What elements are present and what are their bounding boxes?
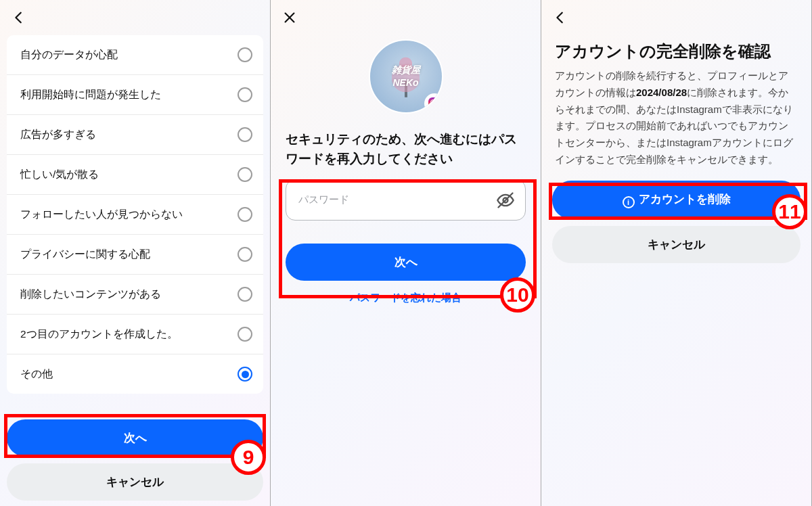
confirm-title: アカウントの完全削除を確認 (541, 35, 811, 68)
reason-label: 削除したいコンテンツがある (20, 288, 161, 302)
panel-confirm-delete: アカウントの完全削除を確認 アカウントの削除を続行すると、プロフィールとアカウン… (541, 0, 812, 506)
reason-label: 利用開始時に問題が発生した (20, 88, 161, 102)
delete-account-button[interactable]: iアカウントを削除 (552, 181, 800, 219)
reason-label: 自分のデータが心配 (20, 48, 118, 62)
topbar (541, 0, 811, 35)
radio-icon[interactable] (238, 247, 252, 262)
next-button[interactable]: 次へ (7, 419, 263, 457)
avatar-text-line1: 雑貨屋 (392, 64, 420, 75)
reason-row[interactable]: プライバシーに関する心配 (7, 235, 263, 275)
radio-icon[interactable] (238, 47, 252, 62)
password-input[interactable]: パスワード (286, 179, 526, 221)
back-icon[interactable] (551, 8, 570, 27)
reason-row[interactable]: 削除したいコンテンツがある (7, 275, 263, 315)
confirm-body-suffix: に削除されます。今からそれまでの間、あなたはInstagramで非表示になります… (555, 87, 793, 165)
info-icon: i (623, 196, 635, 208)
reasons-card: 自分のデータが心配利用開始時に問題が発生した広告が多すぎる忙しい/気が散るフォロ… (7, 35, 263, 394)
back-icon[interactable] (9, 8, 28, 27)
reason-row[interactable]: フォローしたい人が見つからない (7, 195, 263, 235)
reason-row[interactable]: 利用開始時に問題が発生した (7, 75, 263, 115)
radio-icon[interactable] (238, 367, 252, 382)
delete-account-label: アカウントを削除 (639, 193, 731, 206)
radio-icon[interactable] (238, 287, 252, 302)
annotation-badge-10: 10 (500, 277, 535, 313)
reason-row[interactable]: その他 (7, 354, 263, 394)
annotation-badge-11: 11 (772, 194, 807, 229)
panel-confirm-password: 雑貨屋 NEKo セキュリティのため、次へ進むにはパスワードを再入力してください… (271, 0, 541, 506)
password-heading: セキュリティのため、次へ進むにはパスワードを再入力してください (271, 130, 541, 168)
cancel-button[interactable]: キャンセル (552, 226, 800, 263)
reason-label: フォローしたい人が見つからない (20, 208, 183, 222)
reason-label: 広告が多すぎる (20, 128, 96, 142)
bottom-actions: 次へ キャンセル (7, 419, 263, 501)
instagram-badge (424, 93, 443, 114)
radio-icon[interactable] (238, 87, 252, 102)
reason-label: 忙しい/気が散る (20, 168, 99, 182)
avatar-text-line2: NEKo (392, 77, 418, 88)
radio-icon[interactable] (238, 207, 252, 222)
confirm-body: アカウントの削除を続行すると、プロフィールとアカウントの情報は2024/08/2… (541, 68, 811, 177)
close-icon[interactable] (280, 8, 299, 27)
reason-label: プライバシーに関する心配 (20, 248, 150, 262)
reason-row[interactable]: 2つ目のアカウントを作成した。 (7, 315, 263, 354)
next-button[interactable]: 次へ (286, 244, 526, 281)
toggle-visibility-icon[interactable] (495, 190, 516, 210)
confirm-actions: iアカウントを削除 キャンセル (541, 177, 811, 267)
topbar (271, 0, 541, 35)
avatar-wrap: 雑貨屋 NEKo (271, 39, 541, 114)
annotation-badge-9: 9 (231, 440, 266, 475)
radio-icon[interactable] (238, 127, 252, 142)
delete-date: 2024/08/28 (636, 87, 687, 98)
reason-label: その他 (20, 367, 53, 382)
password-placeholder: パスワード (298, 193, 349, 205)
reason-row[interactable]: 忙しい/気が散る (7, 155, 263, 195)
reason-row[interactable]: 自分のデータが心配 (7, 35, 263, 75)
radio-icon[interactable] (238, 327, 252, 342)
reason-label: 2つ目のアカウントを作成した。 (20, 327, 178, 342)
panel-delete-reasons: 自分のデータが心配利用開始時に問題が発生した広告が多すぎる忙しい/気が散るフォロ… (0, 0, 271, 506)
avatar: 雑貨屋 NEKo (369, 39, 443, 114)
cancel-button[interactable]: キャンセル (7, 463, 263, 501)
reason-row[interactable]: 広告が多すぎる (7, 115, 263, 155)
instagram-icon (428, 97, 441, 110)
radio-icon[interactable] (238, 167, 252, 182)
topbar (0, 0, 270, 35)
